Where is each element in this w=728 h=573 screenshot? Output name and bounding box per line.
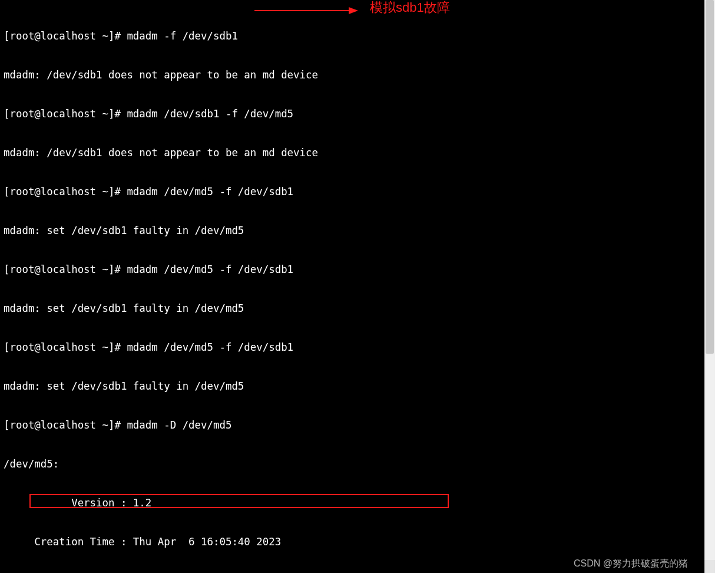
terminal-line: [root@localhost ~]# mdadm -f /dev/sdb1 <box>4 29 704 42</box>
annotation-text: 模拟sdb1故障 <box>370 1 450 14</box>
terminal-line: mdadm: /dev/sdb1 does not appear to be a… <box>4 146 704 159</box>
terminal-line: Creation Time : Thu Apr 6 16:05:40 2023 <box>4 535 704 548</box>
terminal-line: mdadm: set /dev/sdb1 faulty in /dev/md5 <box>4 302 704 315</box>
watermark: CSDN @努力拱破蛋壳的猪 <box>574 557 688 570</box>
svg-marker-1 <box>349 7 358 14</box>
terminal-line: [root@localhost ~]# mdadm /dev/md5 -f /d… <box>4 185 704 198</box>
scrollbar-thumb[interactable] <box>706 0 714 354</box>
terminal-line: mdadm: set /dev/sdb1 faulty in /dev/md5 <box>4 380 704 393</box>
terminal-line: /dev/md5: <box>4 457 704 470</box>
vertical-scrollbar[interactable] <box>704 0 715 573</box>
terminal[interactable]: [root@localhost ~]# mdadm -f /dev/sdb1 m… <box>0 0 704 573</box>
arrow-icon <box>254 5 360 17</box>
terminal-line: mdadm: set /dev/sdb1 faulty in /dev/md5 <box>4 224 704 237</box>
terminal-line: [root@localhost ~]# mdadm -D /dev/md5 <box>4 419 704 432</box>
terminal-line: [root@localhost ~]# mdadm /dev/md5 -f /d… <box>4 263 704 276</box>
scrollbar-bottom <box>704 560 715 573</box>
side-gap <box>715 0 728 573</box>
terminal-line: mdadm: /dev/sdb1 does not appear to be a… <box>4 68 704 81</box>
terminal-line: [root@localhost ~]# mdadm /dev/md5 -f /d… <box>4 341 704 354</box>
terminal-line: [root@localhost ~]# mdadm /dev/sdb1 -f /… <box>4 107 704 120</box>
terminal-line: Version : 1.2 <box>4 496 704 509</box>
